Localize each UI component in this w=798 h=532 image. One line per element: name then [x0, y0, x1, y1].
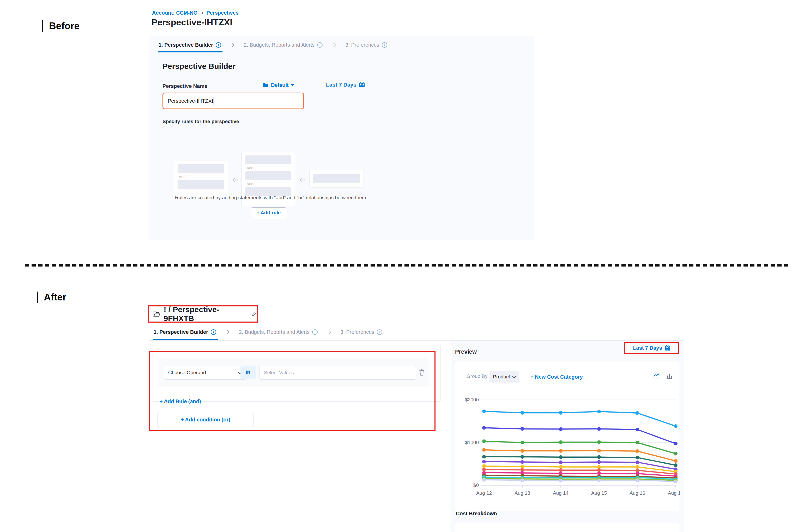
edit-pencil-icon[interactable]: [251, 311, 257, 317]
perspective-name-input[interactable]: Perspective-IHTZXI: [163, 93, 304, 109]
tab-chevron-icon: [230, 43, 235, 47]
svg-text:Aug 15: Aug 15: [591, 490, 607, 496]
tab-preferences[interactable]: 3. Preferences i: [345, 42, 387, 48]
folder-icon: [263, 83, 269, 88]
skeleton-and-label: And: [179, 174, 224, 179]
tab-perspective-builder[interactable]: 1. Perspective Builder i: [158, 42, 221, 48]
svg-text:$1000: $1000: [465, 440, 479, 445]
after-title-annotation-box: ! / Perspective-9FHXTB: [148, 305, 258, 323]
breadcrumb-perspectives-link[interactable]: Perspectives: [206, 10, 239, 16]
tab-label: 2. Budgets, Reports and Alerts: [239, 329, 309, 335]
label-bar: [42, 20, 43, 32]
add-condition-or-button[interactable]: + Add condition (or): [157, 412, 253, 427]
tab-label: 1. Perspective Builder: [158, 42, 213, 48]
breadcrumb-chevron-icon: [201, 12, 204, 14]
skeleton-or-label: Or: [233, 177, 238, 183]
info-icon[interactable]: i: [216, 42, 221, 48]
folder-value: Default: [271, 82, 289, 88]
add-rule-and-link[interactable]: + Add Rule (and): [159, 398, 201, 404]
rules-section-label: Specify rules for the perspective: [163, 119, 239, 125]
operator-chip[interactable]: IN: [241, 366, 255, 379]
tab-label: 3. Preferences: [345, 42, 379, 48]
svg-text:Aug 12: Aug 12: [476, 490, 492, 496]
svg-text:$2000: $2000: [465, 397, 479, 402]
skeleton-rule-card-3: [309, 170, 364, 188]
values-placeholder: Select Values: [264, 370, 294, 376]
tab-perspective-builder[interactable]: 1. Perspective Builder i: [154, 329, 216, 335]
svg-text:Aug 17: Aug 17: [668, 490, 680, 496]
caret-down-icon: [291, 84, 294, 86]
date-range-picker[interactable]: Last 7 Days: [326, 82, 365, 88]
tab-chevron-icon: [327, 330, 331, 334]
after-tab-bar: 1. Perspective Builder i 2. Budgets, Rep…: [154, 329, 382, 335]
tab-budgets-reports-alerts[interactable]: 2. Budgets, Reports and Alerts i: [244, 42, 323, 48]
skeleton-bar: [245, 171, 291, 180]
active-tab-underline: [158, 51, 223, 52]
perspective-name-label: Perspective Name: [163, 83, 207, 89]
folder-select[interactable]: Default: [263, 82, 294, 88]
tab-label: 3. Preferences: [340, 329, 374, 335]
breadcrumb-account-link[interactable]: Account: CCM-NG: [152, 10, 197, 16]
before-content-area: 1. Perspective Builder i 2. Budgets, Rep…: [149, 36, 534, 240]
info-icon[interactable]: i: [377, 329, 382, 335]
label-bar: [37, 291, 38, 303]
rule-divider: [150, 407, 435, 407]
skeleton-bar: [313, 174, 360, 183]
tab-bar-border: [149, 340, 684, 341]
name-input-value: Perspective-IHTZXI: [168, 98, 213, 104]
tab-preferences[interactable]: 3. Preferences i: [340, 329, 382, 335]
skeleton-and-label: And: [246, 166, 291, 170]
preview-heading: Preview: [455, 348, 477, 355]
preview-date-annotation-box: Last 7 Days: [624, 342, 679, 354]
before-panel: Account: CCM-NG Perspectives Perspective…: [149, 2, 534, 240]
rule-row: Choose Operand IN Select Values: [158, 358, 429, 387]
builder-heading: Perspective Builder: [163, 62, 235, 71]
before-after-comparison: Before Account: CCM-NG Perspectives Pers…: [0, 0, 798, 532]
preview-chart-card: Group By Product + New Cost Category $0$…: [455, 361, 679, 511]
values-input[interactable]: Select Values: [259, 366, 416, 380]
operator-value: IN: [246, 370, 250, 375]
cost-breakdown-card: [455, 523, 679, 532]
before-section-label: Before: [42, 20, 79, 32]
active-tab-underline: [153, 339, 218, 340]
tab-budgets-reports-alerts[interactable]: 2. Budgets, Reports and Alerts i: [239, 329, 318, 335]
skeleton-bar: [245, 155, 291, 164]
skeleton-bar: [177, 180, 224, 189]
info-icon[interactable]: i: [312, 329, 318, 335]
skeleton-or-label: Or: [300, 177, 305, 183]
preview-column: Preview Last 7 Days Group By Product + N…: [451, 341, 684, 532]
after-page-title: ! / Perspective-9FHXTB: [164, 305, 248, 323]
info-icon[interactable]: i: [211, 329, 216, 335]
tab-label: 1. Perspective Builder: [154, 329, 208, 335]
svg-text:Aug 13: Aug 13: [515, 490, 530, 496]
tab-chevron-icon: [226, 330, 230, 334]
preview-date-range[interactable]: Last 7 Days: [633, 345, 662, 351]
page-title: Perspective-IHTZXI: [152, 17, 232, 27]
breadcrumb: Account: CCM-NG Perspectives: [152, 10, 239, 16]
text-cursor: [214, 97, 214, 104]
tab-chevron-icon: [332, 43, 336, 47]
calendar-icon: [359, 82, 365, 88]
operand-select-value: Choose Operand: [168, 370, 206, 376]
rules-hint-text: Rules are created by adding statements w…: [149, 195, 394, 201]
svg-text:Aug 14: Aug 14: [553, 490, 569, 496]
cost-breakdown-heading: Cost Breakdown: [456, 511, 497, 517]
after-label-text: After: [44, 292, 66, 303]
after-section-label: After: [37, 291, 66, 303]
info-icon[interactable]: i: [382, 42, 387, 48]
open-folder-icon: [153, 311, 160, 317]
skeleton-and-label: And: [246, 182, 291, 186]
cost-trend-chart: $0$1000$2000Aug 12Aug 13Aug 14Aug 15Aug …: [455, 361, 680, 502]
before-label-text: Before: [49, 21, 79, 32]
svg-text:$0: $0: [473, 482, 479, 488]
date-range-value: Last 7 Days: [326, 82, 357, 88]
section-divider: [25, 264, 789, 267]
delete-rule-trash-icon[interactable]: [419, 369, 425, 376]
svg-text:Aug 16: Aug 16: [629, 490, 645, 496]
tab-label: 2. Budgets, Reports and Alerts: [244, 42, 315, 48]
info-icon[interactable]: i: [317, 42, 323, 48]
skeleton-rule-card-1: And: [174, 161, 228, 197]
add-rule-button[interactable]: + Add rule: [251, 207, 286, 218]
operand-select[interactable]: Choose Operand: [164, 366, 246, 380]
calendar-icon: [665, 345, 670, 351]
